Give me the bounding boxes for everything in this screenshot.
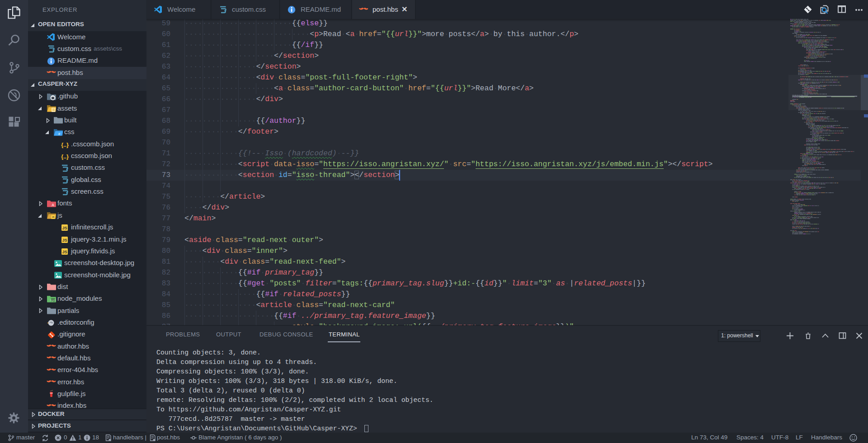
- svg-text:JS: JS: [62, 250, 67, 254]
- svg-text:npm: npm: [50, 298, 56, 302]
- svg-text:A: A: [52, 202, 54, 207]
- svg-text:JS: JS: [62, 238, 67, 242]
- svg-text:JS: JS: [52, 216, 54, 218]
- svg-text:{..}: {..}: [61, 154, 69, 160]
- svg-text:JS: JS: [62, 226, 67, 230]
- svg-text:{..}: {..}: [61, 142, 69, 148]
- svg-text:#: #: [58, 132, 61, 136]
